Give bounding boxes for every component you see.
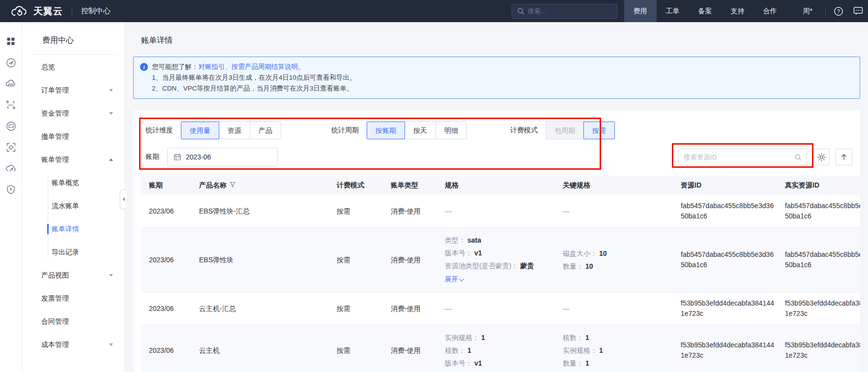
sidebar-item-cost-management[interactable]: 成本管理 [22,333,125,356]
cloud-server-icon[interactable] [5,78,16,89]
filter-row-cycle-search: 账期 2023-06 [141,148,852,166]
cell-spec: 类型：sata 版本号：v1 资源池类型(是否蒙贵)：蒙贵 展开 [441,228,559,292]
search-icon [517,7,524,15]
bill-card: 统计维度 使用量 资源 产品 统计周期 按账期 按天 明细 [133,111,860,372]
export-button[interactable] [836,149,852,165]
alert-line-1: 1、当月最终账单将在次月3日生成，在次月4日10点后可查看和导出。 [140,72,852,83]
cell-period: 2023/06 [141,325,195,372]
col-bill-type: 账单类型 [387,176,441,195]
sidebar-item-bill-flow[interactable]: 流水账单 [22,194,125,217]
cell-spec: — [441,292,559,325]
resource-id-search[interactable] [678,149,807,165]
cell-real-resource-id: f53b95b3efdd4decabfa3841441e723c [781,325,860,372]
topnav-item-support[interactable]: 支持 [722,0,754,22]
cell-billing-mode: 按需 [333,195,387,228]
cell-spec: 实例规格：1 核数：1 版本号：v1 [441,325,559,372]
user-menu[interactable]: 周* [793,0,822,22]
sidebar-item-overview[interactable]: 总览 [22,56,125,79]
period-filter-group: 统计周期 按账期 按天 明细 [331,122,467,139]
period-option-day[interactable]: 按天 [405,122,436,139]
message-icon[interactable] [848,0,868,22]
alert-links[interactable]: 对账指引、按需产品周期结算说明。 [199,62,305,72]
mode-segmented-control: 包周期 按需 [546,122,615,139]
expand-spec-link[interactable]: 展开 [445,273,554,286]
cell-period: 2023/06 [141,292,195,325]
chevron-down-icon [109,89,113,92]
dimension-segmented-control: 使用量 资源 产品 [181,122,281,139]
topbar-search[interactable] [512,4,617,19]
cell-resource-id: f53b95b3efdd4decabfa3841441e723c [677,292,781,325]
sidebar-item-invoices[interactable]: 发票管理 [22,287,125,310]
sidebar-item-contracts[interactable]: 合同管理 [22,310,125,333]
period-option-cycle[interactable]: 按账期 [367,122,405,139]
table-row: 2023/06 云主机-汇总 按需 消费-使用 — — f53b95b3efdd… [141,292,860,325]
alert-intro-line: i 您可能想了解： 对账指引、按需产品周期结算说明。 [140,62,852,72]
sidebar-item-funds[interactable]: 资金管理 [22,102,125,125]
column-settings-button[interactable] [813,149,830,165]
period-option-detail[interactable]: 明细 [435,122,467,139]
sidebar-item-export-records[interactable]: 导出记录 [22,241,125,264]
alert-line-2: 2、CDN、VPC等按月结算的产品，当月消费可在次月3日查看账单。 [140,83,852,94]
topnav-item-filing[interactable]: 备案 [689,0,722,22]
topbar: 天翼云 控制中心 费用 工单 备案 支持 合作 周* ? [0,0,868,22]
sidebar-item-cancellation[interactable]: 撤单管理 [22,125,125,148]
col-spec: 规格 [441,176,559,195]
col-key-spec: 关键规格 [559,176,677,195]
dimension-option-resource[interactable]: 资源 [219,122,250,139]
chevron-down-icon [109,112,113,115]
cell-real-resource-id: f53b95b3efdd4decabfa3841441e723c [781,292,860,325]
sidebar-item-orders[interactable]: 订单管理 [22,79,125,102]
period-segmented-control: 按账期 按天 明细 [367,122,467,139]
console-icon[interactable] [5,57,16,68]
filter-row-dimensions: 统计维度 使用量 资源 产品 统计周期 按账期 按天 明细 [141,122,852,139]
shell: VPC 费用中心 总览 订单管理 资金管理 撤单管理 账单管理 [0,22,868,372]
edge-frame-icon[interactable] [5,142,16,153]
sidebar-title: 费用中心 [22,35,125,46]
bill-table: 账期 产品名称 计费模式 账单类型 规格 关键规格 资源ID 真实资源ID [141,176,860,372]
brand-divider [72,7,72,16]
topnav-item-fees[interactable]: 费用 [624,0,657,22]
search-icon [794,154,802,161]
dimension-option-usage[interactable]: 使用量 [181,122,219,139]
cell-key-spec: 核数：1 实例规格：1 数量：1 [559,325,677,372]
topbar-search-input[interactable] [528,7,612,15]
apps-grid-icon[interactable] [5,36,16,47]
period-label: 统计周期 [331,126,359,135]
col-period: 账期 [141,176,195,195]
topnav-item-partner[interactable]: 合作 [754,0,786,22]
bill-submenu: 账单概览 流水账单 账单详情 导出记录 [22,171,125,264]
cell-product: 云主机 [195,325,333,372]
mode-option-on-demand[interactable]: 按需 [583,122,615,139]
resource-id-search-input[interactable] [684,154,794,161]
sidebar-item-product-view[interactable]: 产品视图 [22,264,125,287]
cloud-transfer-icon[interactable] [5,163,16,174]
mode-filter-group: 计费模式 包周期 按需 [510,122,615,139]
vpc-icon[interactable]: VPC [5,99,16,110]
sidebar-item-bill-overview[interactable]: 账单概览 [22,171,125,194]
calendar-icon [174,153,181,161]
sidebar-collapse-handle[interactable] [120,189,126,209]
billing-cycle-picker[interactable]: 2023-06 [167,148,278,166]
security-shield-icon[interactable] [5,184,16,195]
console-label[interactable]: 控制中心 [81,6,111,16]
cycle-label: 账期 [145,153,159,161]
topbar-right: 费用 工单 备案 支持 合作 周* ? [512,0,868,22]
dimension-option-product[interactable]: 产品 [250,122,281,139]
help-icon[interactable]: ? [829,0,848,22]
mode-option-subscription[interactable]: 包周期 [546,122,584,139]
sidebar-item-bill-management[interactable]: 账单管理 [22,148,125,171]
gear-icon [817,153,826,161]
alert-intro-text: 您可能想了解： [152,62,199,72]
host-icon[interactable] [5,121,16,131]
filter-funnel-icon[interactable] [230,182,236,188]
dimension-label: 统计维度 [145,126,173,135]
table-toolbar [678,149,852,165]
sidebar-item-bill-details[interactable]: 账单详情 [22,217,125,241]
cell-billing-mode: 按需 [333,292,387,325]
col-product: 产品名称 [195,176,333,195]
dimension-filter-group: 统计维度 使用量 资源 产品 [145,122,281,139]
topnav-item-tickets[interactable]: 工单 [657,0,689,22]
cycle-group: 账期 2023-06 [145,148,278,166]
chevron-up-icon [109,158,113,161]
cell-bill-type: 消费-使用 [387,292,441,325]
